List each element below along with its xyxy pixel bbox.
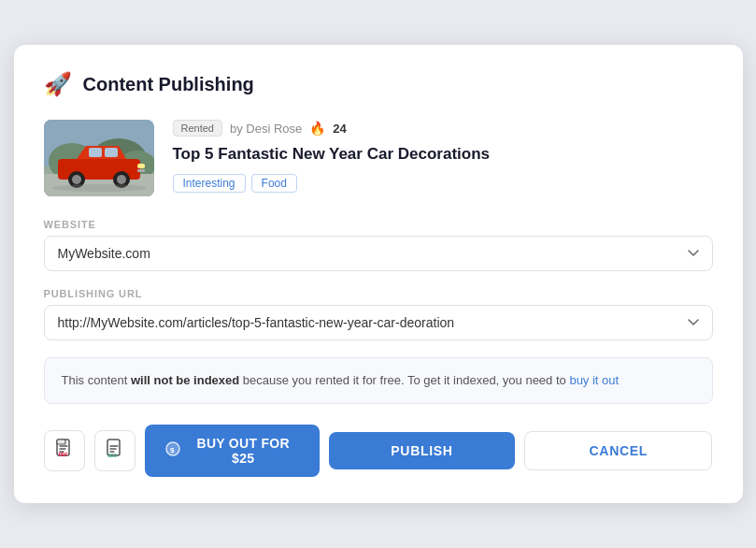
- buyout-button[interactable]: $ BUY OUT FOR $25: [145, 425, 320, 477]
- website-form-group: WEBSITE MyWebsite.com: [44, 219, 713, 271]
- modal-header: 🚀 Content Publishing: [44, 71, 713, 97]
- pdf-export-button[interactable]: PDF: [44, 430, 85, 471]
- rented-badge: Rented: [173, 120, 222, 137]
- publishing-url-select[interactable]: http://MyWebsite.com/articles/top-5-fant…: [44, 305, 713, 340]
- publish-button[interactable]: PUBLISH: [329, 432, 515, 469]
- tag-food: Food: [251, 174, 297, 193]
- article-preview: Rented by Desi Rose 🔥 24 Top 5 Fantastic…: [44, 120, 713, 196]
- notice-bold-text: will not be indexed: [131, 373, 239, 387]
- seo-export-button[interactable]: SEO: [94, 430, 136, 471]
- svg-point-15: [52, 184, 146, 192]
- article-meta: Rented by Desi Rose 🔥 24: [173, 120, 713, 137]
- seo-icon: SEO: [106, 439, 124, 463]
- publishing-url-form-group: PUBLISHING URL http://MyWebsite.com/arti…: [44, 288, 713, 340]
- publish-label: PUBLISH: [391, 443, 452, 458]
- buy-it-out-link[interactable]: buy it out: [569, 373, 619, 387]
- cancel-label: CANCEL: [590, 443, 649, 458]
- svg-point-10: [72, 175, 81, 184]
- article-title: Top 5 Fantastic New Year Car Decorations: [173, 144, 713, 165]
- publishing-url-label: PUBLISHING URL: [44, 288, 713, 299]
- coin-icon: $: [165, 441, 180, 459]
- cancel-button[interactable]: CANCEL: [524, 431, 712, 470]
- pdf-icon: PDF: [55, 439, 74, 463]
- svg-rect-17: [57, 440, 65, 444]
- article-thumbnail: [44, 120, 154, 196]
- svg-text:SEO: SEO: [107, 453, 117, 457]
- notice-text-before: This content: [62, 373, 131, 387]
- article-tags: Interesting Food: [173, 174, 713, 193]
- svg-text:PDF: PDF: [58, 452, 67, 457]
- article-info: Rented by Desi Rose 🔥 24 Top 5 Fantastic…: [173, 120, 713, 193]
- tag-interesting: Interesting: [173, 174, 246, 193]
- svg-rect-13: [137, 164, 145, 168]
- notice-text-after: because you rented it for free. To get i…: [239, 373, 569, 387]
- fire-icon: 🔥: [309, 121, 325, 136]
- buyout-label: BUY OUT FOR $25: [188, 436, 299, 466]
- content-publishing-modal: 🚀 Content Publishing: [14, 45, 743, 503]
- modal-title: Content Publishing: [83, 74, 254, 95]
- notice-box: This content will not be indexed because…: [44, 357, 713, 404]
- website-label: WEBSITE: [44, 219, 713, 230]
- svg-rect-14: [137, 169, 145, 172]
- svg-point-12: [117, 175, 126, 184]
- actions-bar: PDF SEO $ BUY OUT FOR $25: [44, 425, 713, 477]
- svg-rect-7: [89, 148, 102, 157]
- author-text: by Desi Rose: [230, 122, 302, 136]
- rocket-icon: 🚀: [44, 71, 72, 97]
- svg-text:$: $: [170, 446, 175, 454]
- svg-rect-8: [105, 148, 118, 157]
- likes-count: 24: [333, 122, 346, 136]
- website-select[interactable]: MyWebsite.com: [44, 236, 713, 271]
